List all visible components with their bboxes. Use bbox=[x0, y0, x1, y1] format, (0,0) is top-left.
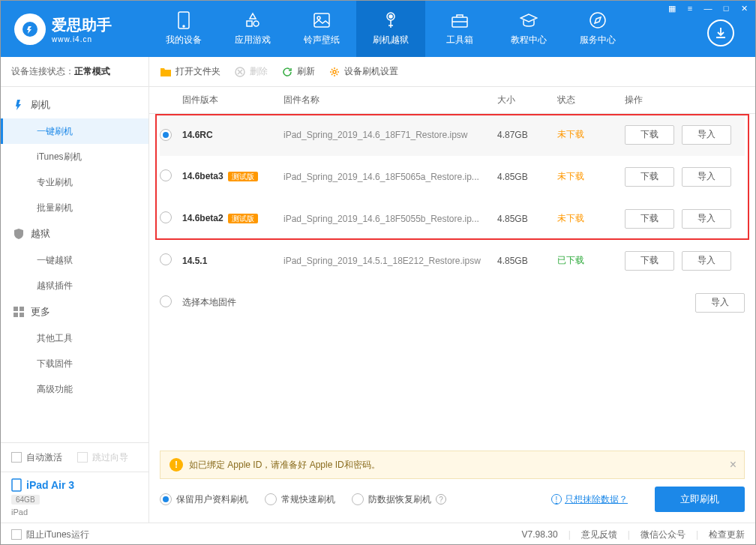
refresh-icon bbox=[281, 66, 293, 78]
footer: 阻止iTunes运行 V7.98.30| 意见反馈| 微信公众号| 检查更新 bbox=[1, 523, 755, 545]
nav-tutorials[interactable]: 教程中心 bbox=[494, 1, 563, 57]
svg-rect-10 bbox=[14, 313, 18, 317]
radio-local[interactable] bbox=[160, 295, 172, 307]
import-button[interactable]: 导入 bbox=[682, 125, 731, 145]
radio-row[interactable] bbox=[160, 169, 172, 181]
cell-version: 14.6beta3测试版 bbox=[182, 171, 284, 182]
import-button[interactable]: 导入 bbox=[682, 251, 731, 271]
nav-my-device[interactable]: 我的设备 bbox=[149, 1, 218, 57]
sidebar-item-jb-plugins[interactable]: 越狱插件 bbox=[1, 273, 148, 298]
delete-button[interactable]: 删除 bbox=[234, 65, 268, 78]
mode-fast[interactable]: 常规快速刷机 bbox=[265, 493, 335, 506]
sidebar-group-jailbreak[interactable]: 越狱 bbox=[1, 220, 148, 247]
cell-name: iPad_Spring_2019_14.6_18F71_Restore.ipsw bbox=[284, 130, 497, 140]
nav-apps[interactable]: 应用游戏 bbox=[218, 1, 287, 57]
notice-bar: ! 如已绑定 Apple ID，请准备好 Apple ID和密码。 × bbox=[160, 451, 745, 479]
import-button[interactable]: 导入 bbox=[682, 167, 731, 187]
menu-icon[interactable]: ≡ bbox=[685, 4, 695, 13]
sidebar-item-advanced[interactable]: 高级功能 bbox=[1, 376, 148, 402]
radio-row[interactable] bbox=[160, 211, 172, 223]
feedback-link[interactable]: 意见反馈 bbox=[581, 529, 617, 541]
check-update-link[interactable]: 检查更新 bbox=[709, 529, 745, 541]
shield-icon bbox=[13, 228, 25, 240]
skip-guide-checkbox[interactable] bbox=[77, 452, 88, 463]
cell-version: 14.6beta2测试版 bbox=[182, 213, 284, 224]
app-name: 爱思助手 bbox=[52, 15, 112, 35]
cell-name: iPad_Spring_2019_14.6_18F5055b_Restore.i… bbox=[284, 214, 497, 224]
logo[interactable]: 爱思助手 www.i4.cn bbox=[1, 13, 149, 45]
mode-anti[interactable]: 防数据恢复刷机? bbox=[352, 493, 446, 506]
wechat-link[interactable]: 微信公众号 bbox=[640, 529, 686, 541]
download-button[interactable] bbox=[707, 19, 734, 46]
import-button[interactable]: 导入 bbox=[682, 209, 731, 229]
toolbar: 打开文件夹 删除 刷新 设备刷机设置 bbox=[149, 57, 755, 87]
toolbox-icon bbox=[451, 11, 469, 29]
mode-row: 保留用户资料刷机 常规快速刷机 防数据恢复刷机? !只想抹除数据？ 立即刷机 bbox=[149, 487, 755, 523]
beta-badge: 测试版 bbox=[228, 214, 258, 223]
block-itunes-checkbox[interactable] bbox=[11, 529, 22, 540]
sidebar-group-more[interactable]: 更多 bbox=[1, 298, 148, 325]
maximize-icon[interactable]: □ bbox=[721, 4, 731, 13]
auto-activate-checkbox[interactable] bbox=[11, 452, 22, 463]
svg-rect-8 bbox=[14, 307, 18, 311]
nav-tools[interactable]: 工具箱 bbox=[425, 1, 494, 57]
download-button[interactable]: 下载 bbox=[625, 167, 674, 187]
sidebar-item-download-fw[interactable]: 下载固件 bbox=[1, 351, 148, 376]
key-icon bbox=[382, 11, 400, 29]
col-version: 固件版本 bbox=[182, 94, 284, 106]
gear-icon bbox=[328, 66, 340, 78]
image-icon bbox=[313, 11, 331, 29]
sidebar-item-oneclick[interactable]: 一键刷机 bbox=[1, 118, 148, 144]
apps-icon bbox=[244, 11, 262, 29]
table-row[interactable]: 14.6beta2测试版iPad_Spring_2019_14.6_18F505… bbox=[160, 198, 745, 240]
erase-link[interactable]: !只想抹除数据？ bbox=[551, 493, 628, 506]
table-row[interactable]: 14.6RCiPad_Spring_2019_14.6_18F71_Restor… bbox=[160, 114, 745, 156]
col-size: 大小 bbox=[497, 94, 557, 106]
main-panel: 打开文件夹 删除 刷新 设备刷机设置 固件版本 固件名称 大小 状态 操作 14… bbox=[149, 57, 755, 523]
sidebar-item-other[interactable]: 其他工具 bbox=[1, 325, 148, 351]
svg-rect-2 bbox=[314, 13, 329, 27]
nav-service[interactable]: 服务中心 bbox=[563, 1, 632, 57]
sidebar-item-itunes[interactable]: iTunes刷机 bbox=[1, 144, 148, 169]
connection-status: 设备连接状态：正常模式 bbox=[1, 57, 148, 87]
table-row[interactable]: 14.6beta3测试版iPad_Spring_2019_14.6_18F506… bbox=[160, 156, 745, 198]
svg-rect-11 bbox=[20, 313, 24, 317]
refresh-button[interactable]: 刷新 bbox=[281, 65, 315, 78]
download-button[interactable]: 下载 bbox=[625, 125, 674, 145]
radio-keep[interactable] bbox=[160, 493, 172, 505]
cell-size: 4.87GB bbox=[497, 130, 557, 140]
radio-fast[interactable] bbox=[265, 493, 277, 505]
top-nav: 我的设备 应用游戏 铃声壁纸 刷机越狱 工具箱 教程中心 服务中心 bbox=[149, 1, 755, 57]
sidebar-item-batch[interactable]: 批量刷机 bbox=[1, 195, 148, 220]
import-local-button[interactable]: 导入 bbox=[695, 293, 745, 313]
more-icon bbox=[13, 306, 25, 318]
nav-flash[interactable]: 刷机越狱 bbox=[356, 1, 425, 57]
radio-anti[interactable] bbox=[352, 493, 364, 505]
table-row[interactable]: 14.5.1iPad_Spring_2019_14.5.1_18E212_Res… bbox=[160, 240, 745, 282]
settings-button[interactable]: 设备刷机设置 bbox=[328, 65, 398, 78]
svg-rect-12 bbox=[12, 479, 21, 491]
device-info[interactable]: iPad Air 3 64GB iPad bbox=[1, 472, 148, 523]
close-icon[interactable]: ✕ bbox=[739, 4, 749, 13]
radio-row[interactable] bbox=[160, 253, 172, 265]
start-flash-button[interactable]: 立即刷机 bbox=[655, 487, 745, 512]
grid-icon[interactable]: ▦ bbox=[667, 4, 677, 13]
minimize-icon[interactable]: — bbox=[703, 4, 713, 13]
svg-point-3 bbox=[317, 16, 320, 19]
radio-row[interactable] bbox=[160, 129, 172, 141]
sidebar-item-pro[interactable]: 专业刷机 bbox=[1, 169, 148, 195]
help-icon[interactable]: ? bbox=[436, 494, 446, 505]
auto-activate-row: 自动激活 跳过向导 bbox=[1, 443, 148, 472]
device-icon bbox=[11, 478, 22, 492]
sidebar-item-jb-oneclick[interactable]: 一键越狱 bbox=[1, 247, 148, 273]
local-firmware-row: 选择本地固件 导入 bbox=[160, 282, 745, 324]
mode-keep[interactable]: 保留用户资料刷机 bbox=[160, 493, 248, 506]
download-button[interactable]: 下载 bbox=[625, 209, 674, 229]
open-folder-button[interactable]: 打开文件夹 bbox=[160, 65, 220, 78]
firmware-list: 14.6RCiPad_Spring_2019_14.6_18F71_Restor… bbox=[149, 114, 755, 324]
sidebar-group-flash[interactable]: 刷机 bbox=[1, 91, 148, 118]
download-button[interactable]: 下载 bbox=[625, 251, 674, 271]
svg-point-14 bbox=[333, 70, 336, 73]
nav-ringtones[interactable]: 铃声壁纸 bbox=[287, 1, 356, 57]
notice-close-button[interactable]: × bbox=[730, 458, 736, 472]
